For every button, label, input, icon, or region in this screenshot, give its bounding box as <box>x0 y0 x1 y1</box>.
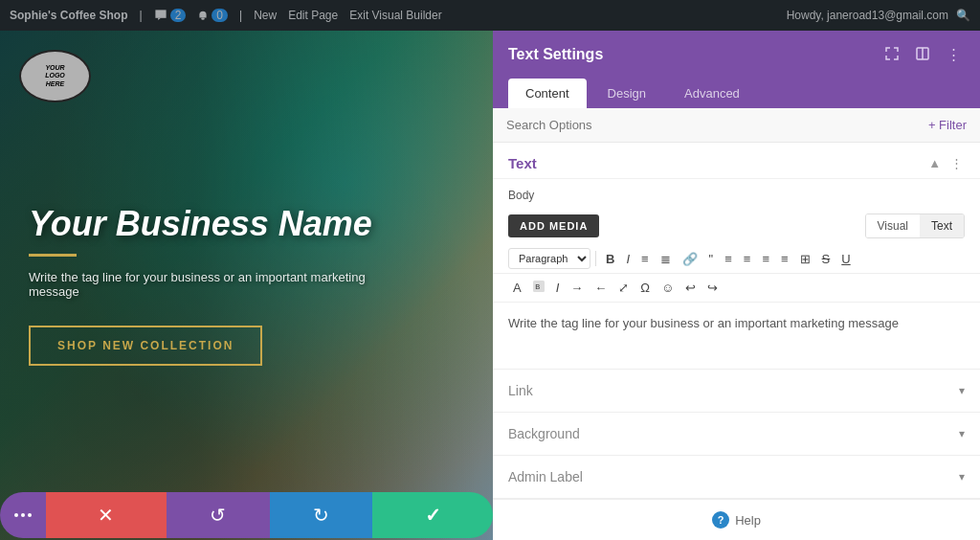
help-icon: ? <box>712 511 729 529</box>
user-greeting: Howdy, janeroad13@gmail.com <box>787 9 948 22</box>
fmt-sep1 <box>595 251 596 266</box>
hero-subtitle: Write the tag line for your business or … <box>29 270 392 299</box>
editor-toolbar: ADD MEDIA Visual Text <box>493 208 980 244</box>
dots-icon <box>13 512 33 518</box>
paragraph-select[interactable]: Paragraph Heading 1 Heading 2 <box>508 248 590 269</box>
emoji-button[interactable]: ☺ <box>657 278 679 298</box>
svg-text:B: B <box>535 282 540 291</box>
align-justify-button[interactable]: ≡ <box>776 249 793 269</box>
panel-body: Text ▲ ⋮ Body ADD MEDIA Visual Text Par <box>493 143 980 540</box>
indent-button[interactable]: → <box>566 278 588 298</box>
panel-header-icons: ⋮ <box>881 44 965 65</box>
admin-label-arrow-icon: ▾ <box>959 470 965 484</box>
cancel-icon: ✕ <box>98 504 114 527</box>
admin-bar-left: Sophie's Coffee Shop | 2 0 | New Edit Pa… <box>10 9 442 22</box>
hero-content: Your Business Name Write the tag line fo… <box>0 31 493 540</box>
undo-editor-button[interactable]: ↩ <box>680 278 701 298</box>
text-section-header: Text ▲ ⋮ <box>493 143 980 179</box>
undo-button[interactable]: ↺ <box>167 492 270 538</box>
notification-badge[interactable]: 0 <box>197 9 228 22</box>
hero-divider <box>29 254 77 257</box>
site-name[interactable]: Sophie's Coffee Shop <box>10 9 128 22</box>
panel-header: Text Settings ⋮ <box>493 31 980 79</box>
comment-icon <box>154 9 167 22</box>
clear-format-button[interactable]: I <box>551 278 565 298</box>
comment-badge[interactable]: 2 <box>154 9 187 22</box>
more-options-button[interactable]: ⋮ <box>943 44 965 65</box>
split-view-button[interactable] <box>912 45 933 65</box>
italic-button[interactable]: I <box>621 249 635 269</box>
link-accordion[interactable]: Link ▾ <box>493 370 980 413</box>
align-center-button[interactable]: ≡ <box>739 249 756 269</box>
filter-button[interactable]: + Filter <box>928 118 967 132</box>
exit-visual-builder-link[interactable]: Exit Visual Builder <box>349 9 442 22</box>
divider2: | <box>239 9 242 22</box>
settings-dots-button[interactable] <box>0 492 46 538</box>
fullscreen-icon <box>885 47 899 60</box>
background-label: Background <box>508 426 580 441</box>
svg-point-0 <box>202 17 206 19</box>
panel-tabs: Content Design Advanced <box>493 79 980 108</box>
unordered-list-button[interactable]: ≡ <box>636 249 654 269</box>
tab-advanced[interactable]: Advanced <box>667 79 757 108</box>
table-button[interactable]: ⊞ <box>795 249 815 269</box>
bg-color-icon: B <box>533 281 545 292</box>
blockquote-button[interactable]: " <box>704 249 719 269</box>
redo-icon: ↻ <box>313 504 329 527</box>
help-section: ? Help <box>493 499 980 540</box>
svg-point-1 <box>14 513 18 517</box>
section-header-actions: ▲ ⋮ <box>926 154 965 172</box>
confirm-button[interactable]: ✓ <box>372 492 493 538</box>
svg-point-2 <box>21 513 25 517</box>
background-arrow-icon: ▾ <box>959 427 965 440</box>
background-color-button[interactable]: B <box>528 278 549 298</box>
help-label[interactable]: Help <box>735 513 761 528</box>
outdent-button[interactable]: ← <box>590 278 612 298</box>
hero-cta-button[interactable]: SHOP NEW COLLECTION <box>29 326 262 366</box>
bold-button[interactable]: B <box>601 249 619 269</box>
right-panel: Text Settings ⋮ Content Design <box>493 31 980 540</box>
text-section-title: Text <box>508 155 537 171</box>
main-layout: YOUR LOGO HERE Your Business Name Write … <box>0 31 980 540</box>
link-arrow-icon: ▾ <box>959 384 965 397</box>
text-color-button[interactable]: A <box>508 278 526 298</box>
new-link[interactable]: New <box>254 9 277 22</box>
search-options-input[interactable] <box>506 118 928 132</box>
fullscreen-button[interactable] <box>881 45 902 65</box>
ordered-list-button[interactable]: ≣ <box>656 249 676 269</box>
tab-design[interactable]: Design <box>590 79 663 108</box>
bottom-toolbar: ✕ ↺ ↻ ✓ <box>0 490 493 540</box>
cancel-button[interactable]: ✕ <box>46 492 167 538</box>
align-left-button[interactable]: ≡ <box>720 249 737 269</box>
text-tab-button[interactable]: Text <box>920 214 964 237</box>
body-label: Body <box>493 179 980 208</box>
link-label: Link <box>508 383 533 398</box>
admin-label-accordion[interactable]: Admin Label ▾ <box>493 456 980 499</box>
editor-text: Write the tag line for your business or … <box>508 316 899 330</box>
section-more-button[interactable]: ⋮ <box>948 154 965 172</box>
canvas-area: YOUR LOGO HERE Your Business Name Write … <box>0 31 493 540</box>
tab-content[interactable]: Content <box>508 79 587 108</box>
section-collapse-button[interactable]: ▲ <box>926 154 943 172</box>
admin-label-text: Admin Label <box>508 469 583 484</box>
admin-bar: Sophie's Coffee Shop | 2 0 | New Edit Pa… <box>0 0 980 31</box>
add-media-button[interactable]: ADD MEDIA <box>508 214 599 237</box>
visual-text-toggle: Visual Text <box>865 214 965 238</box>
editor-content-area[interactable]: Write the tag line for your business or … <box>493 303 980 370</box>
redo-editor-button[interactable]: ↪ <box>702 278 723 298</box>
fullscreen-editor-button[interactable]: ⤢ <box>613 278 634 298</box>
divider1: | <box>140 9 143 22</box>
edit-page-link[interactable]: Edit Page <box>288 9 338 22</box>
background-accordion[interactable]: Background ▾ <box>493 413 980 456</box>
link-button[interactable]: 🔗 <box>678 249 702 269</box>
underline-button[interactable]: U <box>836 249 855 269</box>
svg-point-3 <box>28 513 32 517</box>
align-right-button[interactable]: ≡ <box>757 249 774 269</box>
redo-button[interactable]: ↻ <box>270 492 373 538</box>
panel-search-bar: + Filter <box>493 108 980 143</box>
admin-search-icon[interactable]: 🔍 <box>956 9 970 22</box>
visual-tab-button[interactable]: Visual <box>866 214 920 237</box>
special-char-button[interactable]: Ω <box>635 278 655 298</box>
strikethrough-button[interactable]: S <box>817 249 835 269</box>
format-bar-row1: Paragraph Heading 1 Heading 2 B I ≡ ≣ 🔗 … <box>493 244 980 274</box>
